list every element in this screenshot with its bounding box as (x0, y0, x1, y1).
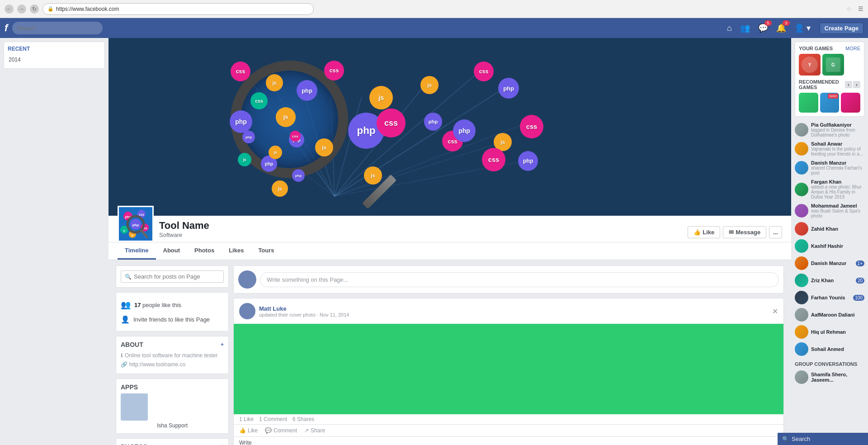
post-stats: 1 Like 1 Comment 6 Shares (234, 414, 783, 424)
invite-friends-row[interactable]: 👤 Invite friends to like this Page (121, 312, 224, 327)
rec-games-next-button[interactable]: › (853, 81, 860, 88)
search-posts-input[interactable] (134, 273, 220, 280)
write-comment-area[interactable]: Write (234, 436, 783, 445)
facebook-search-input[interactable] (12, 22, 103, 34)
friend-avatar-10 (795, 308, 808, 322)
like-page-button[interactable]: 👍 Like (688, 226, 720, 238)
tech-bubble-b14: js (369, 86, 393, 109)
tab-timeline[interactable]: Timeline (118, 242, 156, 260)
friend-avatar-0 (795, 123, 808, 137)
rec-games-prev-button[interactable]: ‹ (845, 81, 852, 88)
friend-item-9[interactable]: Farhan Younis 100 (795, 289, 864, 306)
tech-bubble-b10: js (276, 107, 296, 127)
admin-avatar (121, 393, 148, 421)
tech-bubble-b7: css (474, 62, 494, 81)
share-post-button[interactable]: ↗ Share (304, 427, 325, 434)
about-edit-button[interactable]: + (221, 341, 224, 348)
rec-game-icon-2[interactable]: SHO (820, 93, 840, 113)
facebook-topnav: f ⌂ 👥 💬 5 🔔 3 👤 ▾ Create Page (0, 18, 868, 38)
friend-avatar-5 (795, 222, 808, 236)
post-username[interactable]: Matt Luke (259, 305, 769, 312)
tech-bubble-b3: php (297, 80, 317, 101)
friend-name-0: Pia Gulfiakaniyor (811, 122, 864, 128)
main-layout: Recent 2014 (0, 38, 868, 445)
friend-name-9: Farhan Younis (811, 295, 850, 300)
svg-text:Y: Y (808, 62, 811, 67)
post-likes-count: 1 Like (239, 416, 254, 422)
create-page-button[interactable]: Create Page (820, 23, 863, 34)
friend-item-4[interactable]: Mohammad Jameel was Buah Salon & Spa's p… (795, 201, 864, 220)
forward-button[interactable]: → (17, 5, 26, 14)
rec-game-icon-3[interactable] (841, 93, 860, 113)
game-icon-1[interactable]: Y (799, 54, 821, 76)
friend-item-5[interactable]: Zahid Khan (795, 220, 864, 237)
friend-item-1[interactable]: Sohail Anwar Vajramaki is the policy of … (795, 139, 864, 158)
friend-info-12: Sohail Anmed (811, 346, 864, 352)
svg-text:css: css (139, 213, 144, 216)
friend-item-12[interactable]: Sohail Anmed (795, 341, 864, 358)
back-button[interactable]: ← (5, 5, 14, 14)
friend-detail-4: was Buah Salon & Spa's photo (811, 208, 864, 218)
friend-detail-2: shared Chemda Farhari's post (811, 166, 864, 175)
about-website[interactable]: 🔗 http://www.toolname.co (121, 360, 224, 369)
refresh-button[interactable]: ↻ (30, 5, 39, 14)
about-description: ℹ Online tool software for machine teste… (121, 351, 224, 360)
friend-info-2: Danish Manzur shared Chemda Farhari's po… (811, 160, 864, 175)
bottom-search-icon: 🔍 (782, 436, 789, 442)
friend-item-7[interactable]: Danish Manzur 1+ (795, 255, 864, 272)
post-close-button[interactable]: ✕ (772, 307, 778, 316)
friend-item-11[interactable]: Hiq ul Rehman (795, 323, 864, 341)
page-actions: 👍 Like ✉ Message ... (688, 226, 782, 242)
friend-item-0[interactable]: Pia Gulfiakaniyor tagged in Denise from … (795, 120, 864, 139)
friends-feed-section: Pia Gulfiakaniyor tagged in Denise from … (795, 120, 864, 386)
messages-button[interactable]: 💬 5 (755, 21, 771, 35)
friend-name-11: Hiq ul Rehman (811, 329, 864, 335)
recommended-games-grid: SHO (799, 93, 860, 113)
write-post-input[interactable]: Write something on this Page... (260, 272, 779, 287)
games-more-button[interactable]: MORE (845, 46, 860, 51)
group-conv-item[interactable]: Shamifa Shero, Jaseem... (795, 369, 864, 386)
menu-icon[interactable]: ☰ (858, 5, 863, 12)
friend-item-6[interactable]: Kashif Hashir (795, 237, 864, 255)
friend-item-3[interactable]: Fargan Khan added a new photo: Bhur Amju… (795, 177, 864, 201)
tech-bubble-b29: js (364, 166, 382, 185)
sidebar-item-2014[interactable]: 2014 (8, 55, 101, 65)
home-nav-button[interactable]: ⌂ (724, 22, 735, 35)
search-posts-box[interactable]: 🔍 (121, 270, 224, 283)
notifications-button[interactable]: 🔔 3 (774, 21, 789, 35)
tech-bubble-b18: css (482, 148, 505, 171)
tab-photos[interactable]: Photos (187, 242, 222, 260)
friend-item-8[interactable]: Zriz Khan 20 (795, 272, 864, 289)
apps-widget: APPS Isha Support (116, 379, 229, 434)
tab-about[interactable]: About (156, 242, 188, 260)
comment-post-button[interactable]: 💬 Comment (265, 427, 297, 434)
admin-section: APPS Isha Support (121, 383, 224, 429)
url-bar[interactable]: 🔒 https://www.facebook.com (42, 3, 314, 15)
bookmark-star-icon[interactable]: ☆ (846, 5, 852, 12)
nav-icons-area: ⌂ 👥 💬 5 🔔 3 👤 ▾ Create Page (724, 21, 863, 35)
friend-item-2[interactable]: Danish Manzur shared Chemda Farhari's po… (795, 158, 864, 177)
apps-title: APPS (121, 383, 224, 391)
friend-requests-button[interactable]: 👥 (737, 21, 753, 35)
ssl-lock-icon: 🔒 (47, 6, 54, 12)
like-post-button[interactable]: 👍 Like (239, 427, 258, 434)
page-thumb-svg: php css php js css js (119, 207, 152, 241)
friend-badge-8: 20 (856, 278, 864, 284)
friend-avatar-4 (795, 204, 808, 218)
tab-likes[interactable]: Likes (222, 242, 251, 260)
more-page-actions-button[interactable]: ... (769, 226, 782, 238)
page-thumb-inner: php css php js css js (119, 207, 152, 241)
friend-avatar-7 (795, 256, 808, 270)
rec-game-icon-1[interactable] (799, 93, 818, 113)
tab-tours[interactable]: Tours (251, 242, 281, 260)
game-icon-2[interactable]: G (822, 54, 844, 76)
friend-item-10[interactable]: AafMaroon Daliani (795, 306, 864, 323)
account-menu-button[interactable]: 👤 ▾ (792, 21, 813, 35)
current-user-avatar (238, 270, 256, 289)
your-games-section: YOUR GAMES MORE Y G RECOMMENDED GAMES ‹ … (795, 42, 864, 117)
message-page-button[interactable]: ✉ Message (723, 226, 766, 238)
post-cover-image (234, 324, 783, 414)
post-header: Matt Luke updated their cover photo · No… (234, 298, 783, 324)
photos-add-button[interactable]: + (221, 443, 224, 445)
friend-name-4: Mohammad Jameel (811, 203, 864, 208)
